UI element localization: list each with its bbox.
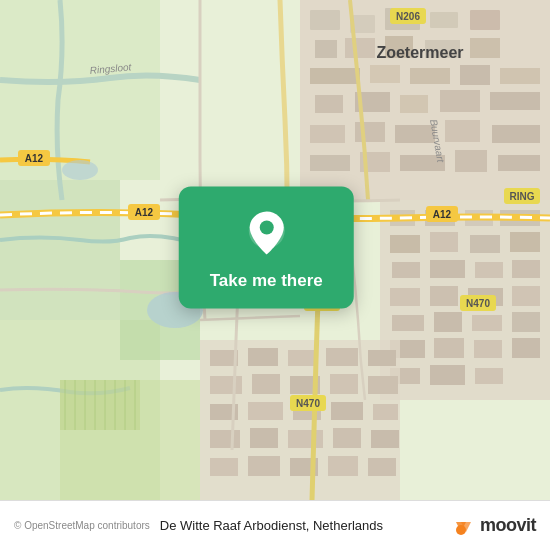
- svg-rect-19: [410, 68, 450, 84]
- svg-rect-75: [368, 376, 398, 394]
- svg-rect-46: [392, 262, 420, 278]
- svg-rect-7: [310, 10, 340, 30]
- svg-rect-86: [210, 458, 238, 476]
- svg-rect-17: [310, 68, 360, 84]
- svg-rect-24: [400, 95, 428, 113]
- svg-rect-35: [455, 150, 487, 172]
- svg-text:A12: A12: [433, 209, 452, 220]
- svg-rect-69: [326, 348, 358, 366]
- svg-rect-81: [210, 430, 240, 448]
- svg-rect-83: [288, 430, 323, 448]
- svg-rect-91: [60, 380, 140, 430]
- svg-rect-63: [430, 365, 465, 385]
- svg-rect-90: [368, 458, 396, 476]
- svg-rect-53: [512, 286, 540, 306]
- svg-rect-29: [395, 125, 435, 143]
- svg-text:N206: N206: [396, 11, 420, 22]
- take-me-there-label: Take me there: [210, 271, 323, 291]
- svg-rect-55: [434, 312, 462, 332]
- svg-rect-2: [0, 180, 120, 320]
- svg-rect-49: [512, 260, 540, 278]
- svg-rect-22: [315, 95, 343, 113]
- svg-rect-47: [430, 260, 465, 278]
- svg-rect-31: [492, 125, 540, 143]
- svg-rect-42: [390, 235, 420, 253]
- svg-rect-18: [370, 65, 400, 83]
- svg-rect-68: [288, 350, 316, 366]
- svg-rect-77: [248, 402, 283, 420]
- svg-rect-85: [371, 430, 399, 448]
- svg-rect-50: [390, 288, 420, 306]
- svg-rect-43: [430, 232, 458, 252]
- svg-rect-61: [512, 338, 540, 358]
- svg-rect-13: [345, 38, 375, 58]
- svg-rect-16: [470, 38, 500, 58]
- svg-rect-82: [250, 428, 278, 448]
- svg-rect-84: [333, 428, 361, 448]
- svg-rect-25: [440, 90, 480, 112]
- svg-rect-30: [445, 120, 480, 142]
- svg-rect-26: [490, 92, 540, 110]
- svg-rect-67: [248, 348, 278, 366]
- svg-rect-51: [430, 286, 458, 306]
- place-name: De Witte Raaf Arbodienst, Netherlands: [160, 518, 453, 533]
- svg-rect-12: [315, 40, 337, 58]
- svg-text:N470: N470: [466, 298, 490, 309]
- svg-rect-74: [330, 374, 358, 394]
- svg-rect-70: [368, 350, 396, 366]
- svg-rect-21: [500, 68, 540, 84]
- svg-rect-54: [392, 315, 424, 331]
- svg-point-120: [62, 160, 98, 180]
- svg-rect-56: [472, 315, 502, 331]
- svg-rect-11: [470, 10, 500, 30]
- svg-rect-64: [475, 368, 503, 384]
- svg-rect-44: [470, 235, 500, 253]
- map-area: A12 A12 A12 N470 N470 N470 N206 RING: [0, 0, 550, 500]
- svg-rect-59: [434, 338, 464, 358]
- moovit-logo: moovit: [453, 514, 536, 538]
- svg-text:A12: A12: [135, 207, 154, 218]
- svg-rect-72: [252, 374, 280, 394]
- svg-rect-79: [331, 402, 363, 420]
- svg-rect-87: [248, 456, 280, 476]
- svg-text:RING: RING: [510, 191, 535, 202]
- svg-text:A12: A12: [25, 153, 44, 164]
- take-me-there-card[interactable]: Take me there: [179, 187, 354, 309]
- moovit-icon: [453, 514, 477, 538]
- svg-rect-45: [510, 232, 540, 252]
- map-pin-icon: [240, 209, 292, 261]
- svg-rect-10: [430, 12, 458, 28]
- svg-rect-60: [474, 340, 502, 358]
- footer-bar: © OpenStreetMap contributors De Witte Ra…: [0, 500, 550, 550]
- svg-rect-80: [373, 404, 398, 420]
- svg-rect-89: [328, 456, 358, 476]
- svg-rect-20: [460, 65, 490, 85]
- svg-rect-57: [512, 312, 540, 332]
- svg-point-122: [259, 221, 273, 235]
- svg-text:N470: N470: [296, 398, 320, 409]
- svg-rect-48: [475, 262, 503, 278]
- svg-rect-32: [310, 155, 350, 171]
- svg-text:Zoetermeer: Zoetermeer: [376, 44, 463, 61]
- svg-rect-36: [498, 155, 540, 171]
- copyright-text: © OpenStreetMap contributors: [14, 520, 150, 531]
- svg-rect-27: [310, 125, 345, 143]
- moovit-text: moovit: [480, 515, 536, 536]
- svg-rect-71: [210, 376, 242, 394]
- svg-rect-28: [355, 122, 385, 142]
